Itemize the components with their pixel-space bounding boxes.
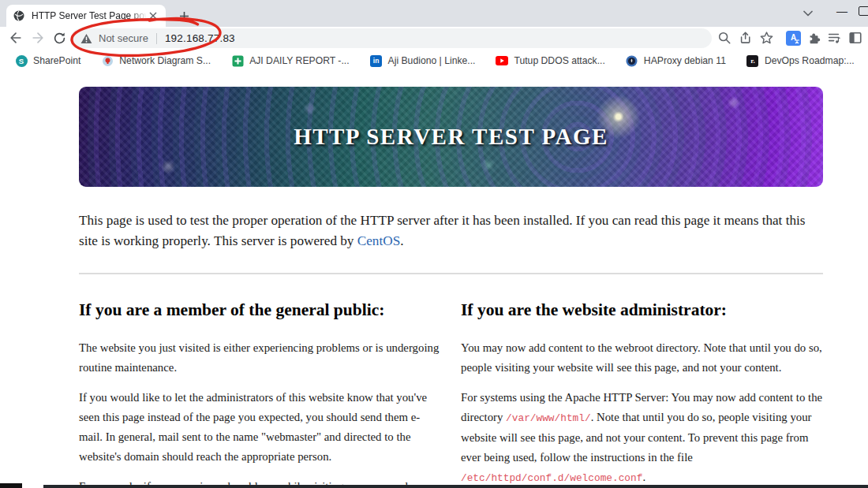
haproxy-icon (626, 54, 638, 67)
intro-paragraph: This page is used to test the proper ope… (79, 210, 823, 251)
search-icon[interactable] (715, 28, 734, 47)
network-diagram-icon (101, 54, 114, 67)
roadmap-icon: r. (746, 54, 759, 67)
administrator-column: If you are the website administrator: Yo… (461, 300, 823, 488)
paragraph: If you would like to let the administrat… (79, 388, 441, 467)
reload-icon[interactable] (50, 28, 69, 47)
centos-link[interactable]: CentOS (357, 233, 400, 248)
paragraph: You may now add content to the webroot d… (461, 338, 823, 378)
url-text[interactable]: 192.168.77.83 (165, 32, 235, 44)
window-maximize-button[interactable] (859, 6, 868, 16)
media-controls-icon[interactable] (825, 28, 844, 47)
bookmark-devops-roadmap[interactable]: r. DevOps Roadmap:... (736, 51, 865, 70)
not-secure-label[interactable]: Not secure (99, 32, 148, 44)
test-page-banner: HTTP SERVER TEST PAGE (79, 87, 823, 187)
bookmark-aji-daily-report[interactable]: AJI DAILY REPORT -... (221, 51, 359, 70)
linkedin-icon: in (370, 54, 383, 67)
paragraph: The website you just visited is either e… (79, 338, 441, 378)
browser-tab[interactable]: HTTP Server Test Page powered (6, 5, 166, 27)
welcome-conf-path: /etc/httpd/conf.d/welcome.conf (461, 472, 642, 484)
tab-search-chevron-icon[interactable] (799, 5, 817, 22)
bookmarks-bar: S SharePoint Network Diagram S... AJI DA… (0, 49, 868, 73)
apache-docroot-path: /var/www/html/ (506, 412, 591, 424)
globe-favicon-icon (13, 9, 25, 22)
browser-toolbar: Not secure 192.168.77.83 A (0, 27, 868, 49)
address-bar[interactable]: Not secure 192.168.77.83 (71, 28, 712, 48)
sharepoint-icon: S (15, 54, 28, 67)
forward-icon (28, 28, 47, 47)
tab-title: HTTP Server Test Page powered (32, 10, 147, 21)
bookmark-haproxy[interactable]: HAProxy debian 11 (615, 51, 736, 70)
bookmark-star-icon[interactable] (757, 28, 776, 47)
extensions-puzzle-icon[interactable] (805, 28, 824, 47)
bookmark-linkedin[interactable]: in Aji Budiono | Linke... (360, 51, 486, 70)
window-minimize-button[interactable]: — (830, 0, 854, 22)
paragraph: For systems using the Apache HTTP Server… (461, 388, 823, 488)
new-tab-button[interactable] (175, 7, 193, 24)
bookmark-sharepoint[interactable]: S SharePoint (5, 51, 91, 70)
translate-icon[interactable]: A (784, 28, 803, 47)
tab-strip: HTTP Server Test Page powered — (0, 0, 868, 27)
spreadsheet-icon (231, 54, 244, 67)
bookmark-youtube[interactable]: Tutup DDOS attack... (485, 51, 615, 70)
taskbar-edge (43, 485, 868, 488)
youtube-icon (496, 54, 508, 67)
taskbar-edge (0, 483, 22, 488)
divider (79, 273, 823, 274)
share-icon[interactable] (736, 28, 755, 47)
bookmark-network-diagram[interactable]: Network Diagram S... (91, 51, 221, 70)
bookmark-docker-roadmap[interactable]: r. Docker Roadmap -... (865, 51, 868, 70)
general-public-heading: If you are a member of the general publi… (79, 300, 441, 320)
browser-window: HTTP Server Test Page powered — (0, 0, 868, 488)
general-public-column: If you are a member of the general publi… (79, 300, 441, 488)
web-page-content: HTTP SERVER TEST PAGE This page is used … (0, 73, 868, 488)
not-secure-warning-icon (80, 33, 92, 44)
tab-close-icon[interactable] (147, 9, 159, 22)
administrator-heading: If you are the website administrator: (461, 300, 823, 320)
back-icon[interactable] (6, 28, 25, 47)
side-panel-icon[interactable] (846, 28, 865, 47)
page-title: HTTP SERVER TEST PAGE (294, 124, 608, 150)
omnibox-divider (156, 33, 157, 44)
